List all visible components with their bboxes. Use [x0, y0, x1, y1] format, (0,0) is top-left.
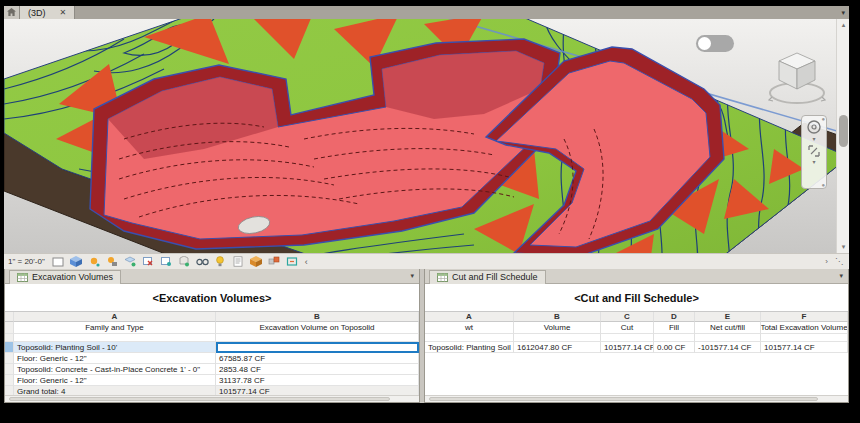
- navbar-gear2-icon[interactable]: ●: [821, 182, 825, 188]
- column-letter[interactable]: B: [216, 312, 419, 322]
- cell-volume[interactable]: 2853.48 CF: [216, 364, 419, 375]
- column-letter[interactable]: C: [601, 312, 654, 322]
- tab-label: Excavation Volumes: [32, 272, 113, 282]
- crop-view-icon[interactable]: [141, 255, 156, 269]
- cell-family-type[interactable]: Floor: Generic - 12": [14, 353, 216, 364]
- constraints-icon[interactable]: [285, 255, 300, 269]
- hscroll-right-icon[interactable]: ›: [823, 257, 830, 266]
- cell-fill[interactable]: 0.00 CF: [654, 342, 695, 353]
- schedule-title: <Excavation Volumes>: [5, 284, 419, 311]
- cell-family-type[interactable]: Floor: Generic - 12": [14, 375, 216, 386]
- detail-level-icon[interactable]: [51, 255, 66, 269]
- visual-style-icon[interactable]: [69, 255, 84, 269]
- column-header[interactable]: Net cut/fill: [695, 322, 761, 334]
- table-row[interactable]: Floor: Generic - 12" 67585.87 CF: [5, 353, 419, 364]
- toggle-knob: [698, 37, 711, 50]
- column-letter[interactable]: D: [654, 312, 695, 322]
- 3d-scene: [4, 19, 836, 253]
- schedule-icon: [437, 273, 448, 282]
- view-tab-label: (3D): [28, 8, 46, 18]
- column-header[interactable]: wt: [425, 322, 514, 334]
- cell-cut[interactable]: 101577.14 CF: [601, 342, 654, 353]
- zoom-icon[interactable]: [807, 144, 821, 158]
- column-header[interactable]: Volume: [514, 322, 601, 334]
- horizontal-scrollbar[interactable]: [5, 395, 419, 402]
- table-row[interactable]: Toposolid: Planting Soil - 10' 1612047.8…: [425, 342, 848, 353]
- table-row[interactable]: Toposolid: Concrete - Cast-in-Place Conc…: [5, 364, 419, 375]
- rendering-icon[interactable]: [123, 255, 138, 269]
- schedule-title: <Cut and Fill Schedule>: [425, 284, 848, 311]
- revit-window: (3D) ✕ ▾: [4, 6, 849, 403]
- table-row[interactable]: Floor: Generic - 12" 31137.78 CF: [5, 375, 419, 386]
- temporary-view-properties-icon[interactable]: [231, 255, 246, 269]
- column-letter[interactable]: A: [14, 312, 216, 322]
- scroll-up-icon[interactable]: ▴: [837, 19, 849, 31]
- tab-cut-and-fill[interactable]: Cut and Fill Schedule: [429, 270, 546, 284]
- vcb-more-chevron-icon[interactable]: ‹: [303, 257, 310, 267]
- column-header[interactable]: Excavation Volume on Toposolid: [216, 322, 419, 334]
- navbar-chevron-icon[interactable]: ▾: [812, 137, 815, 142]
- schedule-panels: Excavation Volumes ▾ <Excavation Volumes…: [4, 269, 849, 403]
- cell-volume[interactable]: 1612047.80 CF: [514, 342, 601, 353]
- column-header[interactable]: Family and Type: [14, 322, 216, 334]
- toggle-switch[interactable]: [696, 35, 734, 52]
- view-tab-bar: (3D) ✕ ▾: [4, 6, 849, 19]
- steering-wheel-icon[interactable]: [806, 119, 822, 135]
- table-row[interactable]: Toposolid: Planting Soil - 10': [5, 342, 419, 353]
- cell-volume[interactable]: 31137.78 CF: [216, 375, 419, 386]
- cell-net-cut-fill[interactable]: -101577.14 CF: [695, 342, 761, 353]
- column-header[interactable]: Fill: [654, 322, 695, 334]
- tab-list-chevron-icon[interactable]: ▾: [841, 6, 845, 19]
- cut-and-fill-panel: Cut and Fill Schedule ▾ <Cut and Fill Sc…: [424, 269, 849, 403]
- scrollbar-thumb[interactable]: [429, 397, 818, 401]
- temporary-hide-isolate-icon[interactable]: [195, 255, 210, 269]
- show-analytical-model-icon[interactable]: [249, 255, 264, 269]
- navbar-chevron2-icon[interactable]: ▾: [812, 160, 815, 165]
- cut-and-fill-table: A B C D E F wt Volume Cut Fill Net: [425, 311, 848, 353]
- excavation-volumes-panel: Excavation Volumes ▾ <Excavation Volumes…: [4, 269, 420, 403]
- show-crop-region-icon[interactable]: [159, 255, 174, 269]
- scroll-down-icon[interactable]: ▾: [837, 241, 849, 253]
- sun-path-icon[interactable]: [87, 255, 102, 269]
- highlight-displacement-icon[interactable]: [267, 255, 282, 269]
- screenshot-frame: (3D) ✕ ▾: [0, 0, 860, 423]
- close-view-icon[interactable]: ✕: [60, 8, 67, 17]
- resize-grip-icon[interactable]: ⋱: [833, 257, 845, 266]
- home-icon[interactable]: [4, 6, 20, 19]
- panel-menu-chevron-icon[interactable]: ▾: [839, 272, 843, 280]
- cell-family-type[interactable]: Toposolid: Planting Soil - 10': [14, 342, 216, 353]
- view-control-bar: 1" = 20'-0" ‹ › ⋱: [4, 253, 849, 269]
- schedule-icon: [17, 273, 28, 282]
- navbar-gear-icon[interactable]: ●: [821, 116, 825, 122]
- viewport-vertical-scrollbar[interactable]: ▴ ▾: [836, 19, 849, 253]
- scale-button[interactable]: 1" = 20'-0": [8, 257, 45, 266]
- column-letter[interactable]: E: [695, 312, 761, 322]
- tab-excavation-volumes[interactable]: Excavation Volumes: [9, 270, 121, 284]
- excavation-volumes-table: A B Family and Type Excavation Volume on…: [5, 311, 419, 397]
- cell-family-type[interactable]: Toposolid: Concrete - Cast-in-Place Conc…: [14, 364, 216, 375]
- shadows-icon[interactable]: [105, 255, 120, 269]
- active-cell[interactable]: [216, 342, 419, 353]
- column-letter[interactable]: A: [425, 312, 514, 322]
- column-header[interactable]: Total Excavation Volume: [761, 322, 848, 334]
- reveal-hidden-elements-icon[interactable]: [213, 255, 228, 269]
- column-letter[interactable]: F: [761, 312, 848, 322]
- cell-volume[interactable]: 67585.87 CF: [216, 353, 419, 364]
- tab-label: Cut and Fill Schedule: [452, 272, 538, 282]
- cut-and-fill-tabbar: Cut and Fill Schedule ▾: [425, 269, 848, 284]
- scrollbar-thumb[interactable]: [9, 397, 390, 401]
- panel-menu-chevron-icon[interactable]: ▾: [410, 272, 414, 280]
- column-letter[interactable]: B: [514, 312, 601, 322]
- cell-total-excavation[interactable]: 101577.14 CF: [761, 342, 848, 353]
- scrollbar-thumb[interactable]: [839, 115, 848, 147]
- 3d-viewport[interactable]: ● ▾ ▾ ● ▴ ▾: [4, 19, 849, 253]
- unlocked-view-icon[interactable]: [177, 255, 192, 269]
- column-header[interactable]: Cut: [601, 322, 654, 334]
- viewcube[interactable]: [766, 45, 828, 111]
- navigation-bar[interactable]: ● ▾ ▾ ●: [801, 115, 827, 189]
- horizontal-scrollbar[interactable]: [425, 395, 848, 402]
- cell-name[interactable]: Toposolid: Planting Soil - 10': [425, 342, 514, 353]
- excavation-volumes-tabbar: Excavation Volumes ▾: [5, 269, 419, 284]
- view-tab-3d[interactable]: (3D) ✕: [20, 6, 75, 19]
